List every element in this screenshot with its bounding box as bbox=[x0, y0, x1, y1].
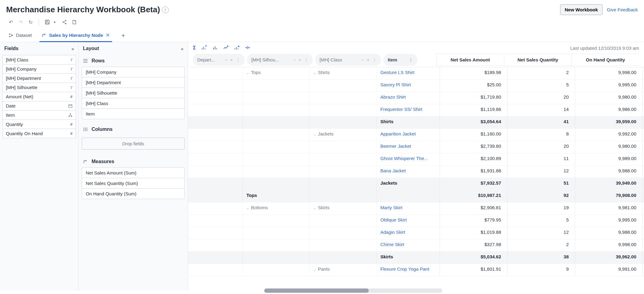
cell-class[interactable]: ⌄Pants bbox=[310, 264, 377, 276]
combo-chart-icon[interactable] bbox=[234, 45, 240, 51]
subtotal-row[interactable]: Skirts$5,034.623839,962.00 bbox=[188, 252, 644, 264]
save-dropdown-icon[interactable]: ▼ bbox=[51, 19, 58, 25]
field-item[interactable]: Date bbox=[2, 101, 76, 110]
data-row[interactable]: ⌄JacketsApparition Jacket$1,160.0089,992… bbox=[188, 129, 644, 141]
data-row[interactable]: Oblique Skirt$779.9559,995.00 bbox=[188, 215, 644, 227]
column-chip[interactable]: Item⋮ bbox=[383, 54, 417, 66]
measure-pill[interactable]: Net Sales Quantity (Sum) bbox=[82, 178, 185, 188]
cell-item[interactable]: Chime Skirt bbox=[377, 239, 440, 251]
field-item[interactable]: [MH] CompanyT bbox=[2, 64, 76, 73]
chevron-down-icon[interactable]: ⌄ bbox=[313, 132, 316, 136]
measure-header[interactable]: Net Sales Quantity bbox=[504, 54, 571, 66]
row-pill[interactable]: [MH] Company bbox=[82, 67, 185, 77]
cell-item[interactable]: Savory Pl Shirt bbox=[377, 80, 440, 92]
plus-icon[interactable]: + bbox=[230, 57, 233, 62]
data-row[interactable]: Abrazo Shirt$1,719.80209,980.00 bbox=[188, 92, 644, 104]
share-icon[interactable] bbox=[61, 19, 68, 25]
chevron-down-icon[interactable]: ⌄ bbox=[246, 206, 249, 210]
cell-item[interactable]: Bana Jacket bbox=[377, 166, 440, 178]
cell-item[interactable]: Flexure Crop Yoga Pant bbox=[377, 264, 440, 276]
data-row[interactable]: ⌄Tops⌄ShirtsGesture LS Shirt$189.9829,99… bbox=[188, 67, 644, 80]
row-pill[interactable]: Item bbox=[82, 108, 185, 119]
give-feedback-link[interactable]: Give Feedback bbox=[607, 7, 638, 12]
refresh-icon[interactable]: ↻ bbox=[27, 19, 34, 25]
cell-item[interactable]: Abrazo Shirt bbox=[377, 92, 440, 104]
measure-pill[interactable]: On Hand Quantity (Sum) bbox=[82, 188, 185, 199]
measure-header[interactable]: Net Sales Amount bbox=[436, 54, 504, 66]
cell-class[interactable]: ⌄Skirts bbox=[310, 202, 377, 214]
line-chart-icon[interactable] bbox=[223, 45, 229, 51]
subtotal-row[interactable]: Shirts$3,054.644139,959.00 bbox=[188, 116, 644, 129]
more-icon[interactable]: ⋮ bbox=[236, 57, 240, 62]
column-chip[interactable]: Depart...−+⋮ bbox=[193, 54, 245, 66]
chevron-down-icon[interactable]: ⌄ bbox=[313, 268, 316, 271]
plus-icon[interactable]: + bbox=[367, 57, 369, 62]
column-chip[interactable]: [MH] Silhou...−+⋮ bbox=[247, 54, 313, 66]
tab-dataset[interactable]: Dataset bbox=[6, 29, 34, 41]
subtotal-row[interactable]: Jackets$7,932.575139,949.00 bbox=[188, 178, 644, 190]
row-pill[interactable]: [MH] Class bbox=[82, 98, 185, 108]
info-icon[interactable]: i bbox=[162, 6, 169, 13]
scrollbar-thumb[interactable] bbox=[264, 288, 369, 293]
cell-class[interactable]: ⌄Shirts bbox=[310, 67, 377, 79]
cell-item[interactable]: Marty Skirt bbox=[377, 202, 440, 214]
row-pill[interactable]: [MH] Silhouette bbox=[82, 88, 185, 98]
cell-silhouette[interactable]: ⌄Tops bbox=[243, 67, 310, 79]
field-item[interactable]: [MH] SilhouetteT bbox=[2, 83, 76, 92]
edit-chart-icon[interactable] bbox=[202, 45, 207, 51]
autofit-icon[interactable] bbox=[245, 45, 250, 51]
cell-item[interactable]: Gesture LS Shirt bbox=[377, 67, 440, 79]
data-row[interactable]: Beemer Jacket$2,739.80209,980.00 bbox=[188, 141, 644, 153]
field-item[interactable]: [MH] DepartmentT bbox=[2, 73, 76, 83]
cell-item[interactable]: Adagio Skirt bbox=[377, 227, 440, 239]
measure-pill[interactable]: Net Sales Amount (Sum) bbox=[82, 167, 185, 178]
tab-sales-hierarchy[interactable]: Sales by Hierarchy Node ✕ bbox=[39, 29, 112, 42]
field-item[interactable]: Quantity# bbox=[2, 120, 76, 129]
minus-icon[interactable]: − bbox=[361, 57, 364, 62]
subtotal-row[interactable]: Tops$10,987.219279,908.00 bbox=[188, 190, 644, 202]
cell-item[interactable]: Oblique Skirt bbox=[377, 215, 440, 227]
cell-silhouette[interactable]: ⌄Bottoms bbox=[243, 202, 310, 214]
data-row[interactable]: ⌄Bottoms⌄SkirtsMarty Skirt$2,906.81199,9… bbox=[188, 202, 644, 215]
sigma-icon[interactable]: Σ bbox=[193, 45, 196, 51]
collapse-layout-icon[interactable]: « bbox=[181, 46, 183, 51]
minus-icon[interactable]: − bbox=[293, 57, 296, 62]
redo-icon[interactable]: ↷ bbox=[17, 19, 24, 25]
undo-icon[interactable]: ↶ bbox=[7, 19, 14, 25]
export-icon[interactable] bbox=[71, 19, 78, 25]
grid-body[interactable]: ⌄Tops⌄ShirtsGesture LS Shirt$189.9829,99… bbox=[188, 67, 644, 291]
data-row[interactable]: Adagio Skirt$1,019.88129,988.00 bbox=[188, 227, 644, 239]
measure-header[interactable]: On Hand Quantity bbox=[571, 54, 639, 66]
more-icon[interactable]: ⋮ bbox=[372, 57, 377, 62]
data-row[interactable]: Chime Skirt$327.9829,998.00 bbox=[188, 239, 644, 252]
cell-item[interactable]: Apparition Jacket bbox=[377, 129, 440, 141]
data-row[interactable]: Savory Pl Shirt$25.0059,995.00 bbox=[188, 80, 644, 92]
chevron-down-icon[interactable]: ⌄ bbox=[313, 71, 316, 75]
horizontal-scrollbar[interactable] bbox=[264, 288, 442, 293]
columns-drop-zone[interactable]: Drop fields bbox=[82, 138, 185, 150]
data-row[interactable]: Bana Jacket$1,931.88129,988.00 bbox=[188, 166, 644, 178]
data-row[interactable]: ⌄PantsFlexure Crop Yoga Pant$1,601.9199,… bbox=[188, 264, 644, 276]
chevron-down-icon[interactable]: ⌄ bbox=[313, 206, 316, 210]
column-chip[interactable]: [MH] Class−+⋮ bbox=[315, 54, 381, 66]
close-tab-icon[interactable]: ✕ bbox=[106, 32, 110, 38]
row-pill[interactable]: [MH] Department bbox=[82, 77, 185, 88]
chevron-down-icon[interactable]: ⌄ bbox=[246, 71, 249, 75]
field-item[interactable]: Item bbox=[2, 110, 76, 120]
minus-icon[interactable]: − bbox=[225, 57, 227, 62]
cell-item[interactable]: Ghost Whisperer The... bbox=[377, 153, 440, 165]
new-workbook-button[interactable]: New Workbook bbox=[560, 4, 603, 15]
bar-chart-icon[interactable] bbox=[213, 45, 218, 51]
collapse-fields-icon[interactable]: « bbox=[72, 46, 74, 51]
add-tab-button[interactable]: + bbox=[117, 32, 130, 40]
more-icon[interactable]: ⋮ bbox=[304, 57, 308, 62]
cell-item[interactable]: Frequentor SS/ Shirt bbox=[377, 104, 440, 116]
field-item[interactable]: Amount (Net)# bbox=[2, 92, 76, 101]
more-icon[interactable]: ⋮ bbox=[409, 57, 413, 62]
cell-class[interactable]: ⌄Jackets bbox=[310, 129, 377, 141]
cell-item[interactable]: Beemer Jacket bbox=[377, 141, 440, 153]
field-item[interactable]: Quantity On Hand# bbox=[2, 129, 76, 138]
data-row[interactable]: Ghost Whisperer The...$2,100.89119,989.0… bbox=[188, 153, 644, 166]
save-icon[interactable] bbox=[44, 19, 51, 25]
field-item[interactable]: [MH] ClassT bbox=[2, 55, 76, 64]
